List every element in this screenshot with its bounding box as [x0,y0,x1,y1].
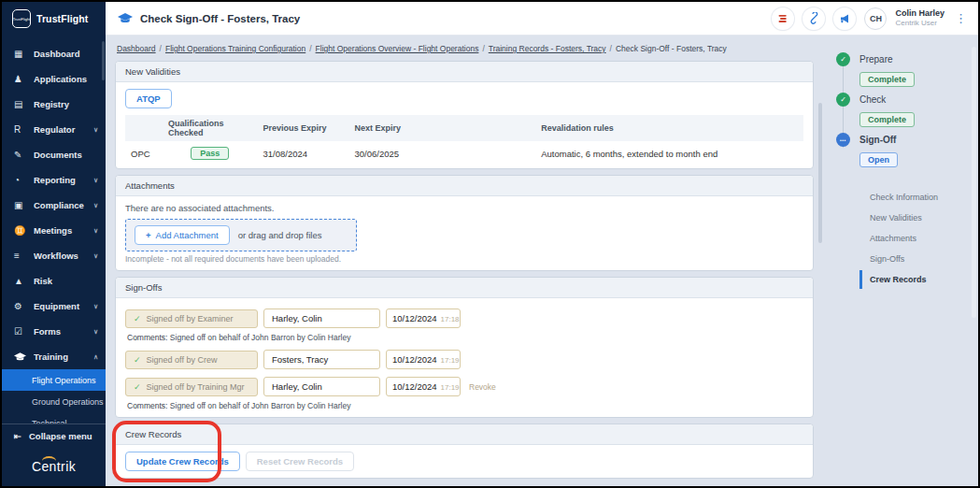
breadcrumb-link-flight-operations-overview[interactable]: Flight Operations Overview - Flight Oper… [316,44,479,53]
sidebar-item-ground-operations[interactable]: Ground Operations [2,391,106,412]
step-complete-icon: ✓ [836,93,850,107]
top-bar: Check Sign-Off - Fosters, Tracy [106,2,978,36]
subnav-new-validities[interactable]: New Validities [859,208,971,227]
validities-table: Qualifications Checked Previous Expiry N… [125,115,803,162]
workflows-icon: ≡ [14,251,34,261]
step-check[interactable]: ✓ Check Complete [836,94,971,135]
activity-log-button[interactable] [772,7,794,30]
sidebar-item-reporting[interactable]: ◔ Reporting ∨ [2,167,106,193]
collapse-menu-button[interactable]: ⇤ Collapse menu [2,423,106,447]
sign-off-row-examiner: ✓ Signed off by Examiner Harley, Colin 1… [125,309,803,328]
add-attachment-button[interactable]: + Add Attachment [135,225,230,245]
step-current-icon: ••• [836,133,850,147]
more-options-button[interactable]: ⋮ [953,11,969,25]
link-button[interactable] [802,7,825,30]
breadcrumb-separator: / [610,44,612,53]
sidebar-item-forms[interactable]: ☑ Forms ∨ [2,319,106,344]
sidebar-item-equipment[interactable]: ⚙ Equipment ∨ [2,294,106,319]
training-mgr-comments: Comments: Signed off on behalf of John B… [127,401,803,410]
equipment-icon: ⚙ [14,301,34,311]
graduation-cap-icon [14,352,34,362]
announcements-button[interactable] [833,7,856,30]
subnav-crew-records[interactable]: Crew Records [859,270,971,289]
crew-date-field[interactable]: 10/12/2024 17:19 [386,350,461,369]
chevron-down-icon: ∨ [93,303,98,310]
examiner-comments: Comments: Signed off on behalf of John B… [127,333,803,342]
compliance-icon: ▣ [14,200,34,210]
sidebar-item-flight-operations[interactable]: Flight Operations [2,369,106,391]
meetings-icon: ♊ [14,225,34,236]
chevron-down-icon: ∨ [93,328,98,336]
chevron-up-icon: ∧ [93,353,98,361]
chevron-down-icon: ∨ [93,227,98,235]
subnav-check-information[interactable]: Check Information [859,188,971,207]
app-window: TrustFlight TrustFlight ▦ Dashboard ♟ Ap… [2,2,978,486]
applications-icon: ♟ [14,74,34,84]
sidebar-item-meetings[interactable]: ♊ Meetings ∨ [2,218,106,243]
breadcrumb-separator: / [482,44,484,53]
sidebar-item-registry[interactable]: ▤ Registry [2,92,106,117]
attachments-warning-text: Incomplete - not all required documents … [125,254,803,264]
step-label: Check [859,94,971,105]
training-mgr-name-field[interactable]: Harley, Colin [263,377,380,396]
vertical-scrollbar[interactable] [818,103,822,243]
attachment-dropzone[interactable]: + Add Attachment or drag and drop files [125,219,357,251]
training-mgr-date-field[interactable]: 10/12/2024 17:19 [386,377,461,396]
breadcrumb-link-dashboard[interactable]: Dashboard [117,44,156,53]
update-crew-records-button[interactable]: Update Crew Records [125,452,240,471]
regulator-icon: R [14,124,34,135]
breadcrumb-link-training-records[interactable]: Training Records - Fosters, Tracy [489,44,606,53]
page-title-group: Check Sign-Off - Fosters, Tracy [118,13,300,24]
sign-offs-header: Sign-Offs [116,278,813,298]
examiner-date-field[interactable]: 10/12/2024 17:18 [386,309,461,328]
signed-off-training-mgr-button[interactable]: ✓ Signed off by Training Mgr [125,378,258,396]
sidebar-item-workflows[interactable]: ≡ Workflows ∨ [2,243,106,268]
signed-off-examiner-button[interactable]: ✓ Signed off by Examiner [125,309,258,328]
step-status-badge: Complete [859,72,915,87]
examiner-name-field[interactable]: Harley, Colin [263,309,380,328]
no-attachments-text: There are no associated attachments. [125,203,803,213]
drag-drop-hint: or drag and drop files [238,230,322,240]
revalidation-rules-value: Automatic, 6 months, extended to month e… [535,141,803,162]
subnav-attachments[interactable]: Attachments [859,229,971,248]
revoke-link[interactable]: Revoke [469,382,496,392]
step-label: Sign-Off [859,135,971,145]
user-role: Centrik User [895,19,944,28]
step-status-badge: Open [859,152,898,167]
page-title: Check Sign-Off - Fosters, Tracy [140,13,300,24]
step-prepare[interactable]: ✓ Prepare Complete [836,54,971,94]
collapse-icon: ⇤ [14,431,21,441]
user-avatar[interactable]: CH [864,7,887,30]
documents-icon: ✎ [14,150,34,160]
breadcrumb-link-training-configuration[interactable]: Flight Operations Training Configuration [165,44,305,53]
sign-off-row-training-mgr: ✓ Signed off by Training Mgr Harley, Col… [125,377,803,396]
risk-icon: ▲ [14,276,34,286]
crew-name-field[interactable]: Fosters, Tracy [263,350,380,369]
sidebar-item-training[interactable]: Training ∧ [2,344,106,369]
sidebar-item-risk[interactable]: ▲ Risk [2,268,106,294]
sidebar-item-documents[interactable]: ✎ Documents [2,142,106,167]
atqp-button[interactable]: ATQP [125,89,172,108]
chevron-down-icon: ∨ [93,126,98,134]
trustflight-logo-icon: TrustFlight [12,9,31,28]
sidebar-item-dashboard[interactable]: ▦ Dashboard [2,41,106,66]
sidebar-item-applications[interactable]: ♟ Applications [2,66,106,92]
brand-name: TrustFlight [36,13,88,24]
plus-icon: + [146,230,151,240]
brand-header: TrustFlight TrustFlight [2,2,106,36]
reset-crew-records-button: Reset Crew Records [246,452,354,471]
subnav-sign-offs[interactable]: Sign-Offs [859,250,971,268]
breadcrumb-separator: / [309,44,311,53]
footer-brand: Centrik [2,447,106,486]
sidebar-item-technical[interactable]: Technical [2,412,106,423]
sidebar-item-regulator[interactable]: R Regulator ∨ [2,117,106,142]
signed-off-crew-button[interactable]: ✓ Signed off by Crew [125,351,258,369]
next-expiry-value: 30/06/2025 [349,141,536,162]
qualification-name: OPC [125,141,163,162]
reporting-icon: ◔ [14,175,34,185]
step-sign-off[interactable]: ••• Sign-Off Open [836,135,971,175]
sidebar-item-compliance[interactable]: ▣ Compliance ∨ [2,193,106,218]
left-sidebar: TrustFlight TrustFlight ▦ Dashboard ♟ Ap… [2,2,106,486]
step-status-badge: Complete [859,112,915,127]
new-validities-card: New Validities ATQP Qualifications Check… [115,61,814,169]
